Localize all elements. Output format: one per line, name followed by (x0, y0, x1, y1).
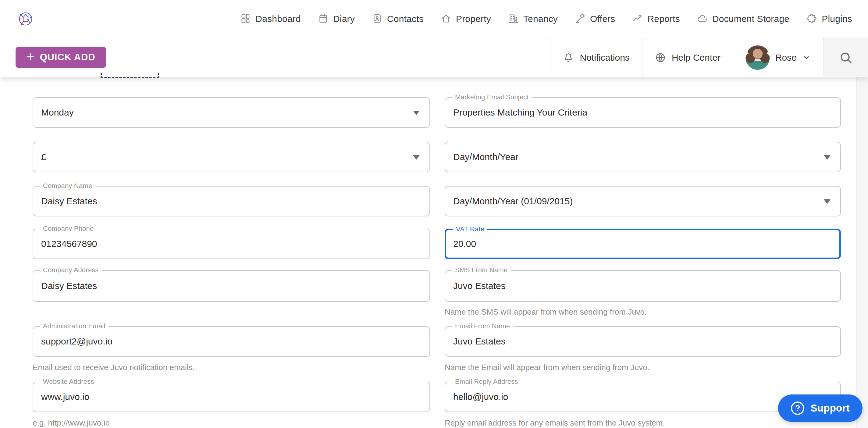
administration-email-input[interactable]: Administration Email support2@juvo.io (33, 326, 430, 357)
grid-icon (240, 13, 251, 25)
company-phone-input[interactable]: Company Phone 01234567890 (33, 228, 430, 259)
marketing-email-subject-input[interactable]: Marketing Email Subject Properties Match… (445, 97, 841, 128)
dropdown-caret-icon (824, 200, 831, 204)
support-button[interactable]: ? Support (778, 394, 863, 422)
nav-item-plugins[interactable]: Plugins (806, 13, 852, 25)
sms-from-name-helper-text: Name the SMS will appear from when sendi… (445, 306, 841, 317)
notifications-button[interactable]: Notifications (550, 38, 642, 77)
dashed-drop-target-fragment (100, 73, 159, 78)
support-label: Support (810, 402, 850, 414)
nav-item-tenancy[interactable]: Tenancy (508, 13, 558, 25)
company-name-input[interactable]: Company Name Daisy Estates (33, 186, 430, 216)
email-reply-address-helper-text: Reply email address for any emails sent … (445, 417, 841, 428)
main-nav-bar: Dashboard Diary Contacts Property Tenanc… (0, 0, 868, 38)
juvo-logo (18, 11, 34, 27)
scrollbar-gutter[interactable] (857, 77, 868, 428)
search-button[interactable] (823, 38, 868, 77)
email-from-name-input[interactable]: Email From Name Juvo Estates (445, 326, 841, 357)
globe-icon (655, 52, 666, 63)
trend-up-icon (632, 13, 643, 25)
home-icon (441, 13, 452, 25)
nav-item-contacts[interactable]: Contacts (372, 13, 424, 25)
help-center-label: Help Center (672, 53, 720, 63)
help-center-button[interactable]: Help Center (642, 38, 733, 77)
day-select[interactable]: Monday (33, 97, 430, 128)
main-nav: Dashboard Diary Contacts Property Tenanc… (240, 13, 852, 25)
user-name: Rose (775, 53, 797, 63)
app-header: Dashboard Diary Contacts Property Tenanc… (0, 0, 868, 77)
action-bar-right: Notifications Help Center Rose (550, 38, 868, 77)
contact-card-icon (372, 13, 382, 25)
chevron-down-icon (802, 53, 811, 62)
nav-item-diary[interactable]: Diary (318, 13, 355, 25)
settings-form: Monday £ Company Name Daisy Estates Comp… (0, 77, 857, 426)
nav-item-property[interactable]: Property (441, 13, 491, 25)
plus-icon: + (27, 50, 34, 63)
nav-item-document-storage[interactable]: Document Storage (697, 13, 789, 25)
sms-from-name-input[interactable]: SMS From Name Juvo Estates (445, 270, 841, 302)
date-format-select[interactable]: Day/Month/Year (445, 142, 841, 172)
avatar (745, 45, 770, 70)
bell-icon (563, 52, 574, 63)
puzzle-icon (806, 13, 817, 25)
quick-add-label: QUICK ADD (40, 52, 95, 63)
dropdown-caret-icon (413, 111, 420, 115)
building-icon (508, 13, 519, 25)
nav-item-dashboard[interactable]: Dashboard (240, 13, 301, 25)
action-bar: + QUICK ADD Notifications Help Center Ro… (0, 38, 868, 77)
long-date-format-select[interactable]: Day/Month/Year (01/09/2015) (445, 186, 841, 216)
nav-item-offers[interactable]: Offers (575, 13, 615, 25)
website-address-helper-text: e.g. http://www.juvo.io (33, 417, 430, 428)
question-icon: ? (791, 401, 804, 415)
company-address-input[interactable]: Company Address Daisy Estates (33, 270, 430, 302)
website-address-input[interactable]: Website Address www.juvo.io (33, 382, 430, 412)
cloud-icon (697, 13, 708, 25)
dropdown-caret-icon (413, 155, 420, 160)
dropdown-caret-icon (824, 155, 831, 160)
nav-item-reports[interactable]: Reports (632, 13, 680, 25)
notifications-label: Notifications (580, 53, 629, 63)
currency-select[interactable]: £ (33, 142, 430, 172)
administration-email-helper-text: Email used to receive Juvo notification … (33, 362, 430, 372)
quick-add-button[interactable]: + QUICK ADD (16, 47, 106, 68)
calendar-icon (318, 13, 329, 25)
email-from-name-helper-text: Name the Email will appear from when sen… (445, 362, 841, 372)
search-icon (839, 51, 853, 65)
user-menu[interactable]: Rose (733, 38, 823, 77)
vat-rate-input[interactable]: VAT Rate 20.00 (445, 228, 841, 259)
gavel-icon (575, 13, 586, 25)
